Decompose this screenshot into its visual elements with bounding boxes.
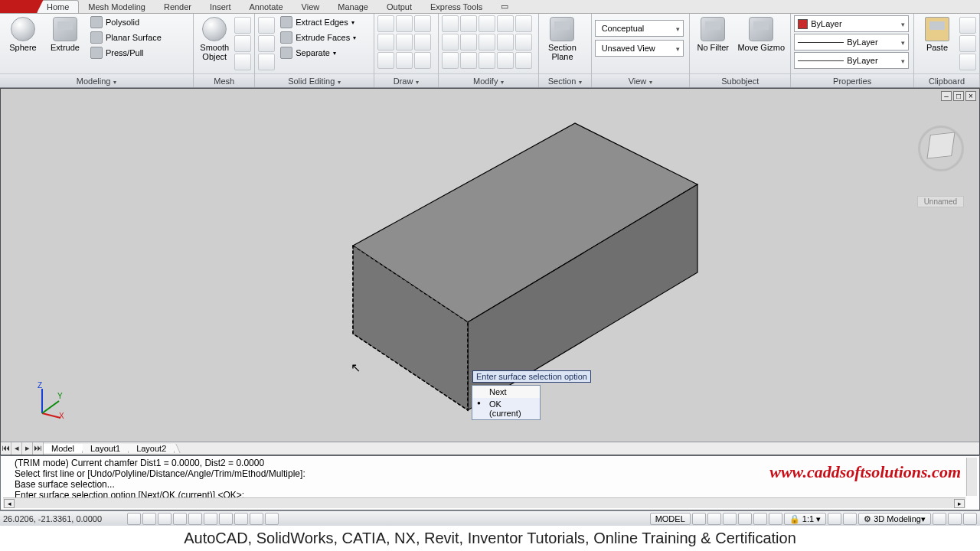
- status-icon[interactable]: [828, 513, 841, 525]
- layout-nav-last-icon[interactable]: ⏭: [33, 442, 44, 455]
- tab-mesh-modeling[interactable]: Mesh Modeling: [79, 1, 155, 13]
- tab-insert[interactable]: Insert: [201, 1, 240, 13]
- modify-tool-icon[interactable]: [479, 15, 495, 32]
- tab-annotate[interactable]: Annotate: [240, 1, 292, 13]
- modify-tool-icon[interactable]: [497, 52, 514, 69]
- solidedit-a-icon[interactable]: [258, 17, 275, 34]
- lwt-toggle-icon[interactable]: [234, 513, 248, 525]
- status-icon[interactable]: [707, 513, 721, 525]
- modify-tool-icon[interactable]: [497, 15, 514, 32]
- extract-edges-button[interactable]: Extract Edges▾: [277, 15, 359, 29]
- viewport-3d[interactable]: – □ × ↖ Enter surface selection option N…: [0, 88, 980, 455]
- dyn-toggle-icon[interactable]: [219, 513, 233, 525]
- status-icon[interactable]: [738, 513, 752, 525]
- status-icon[interactable]: [933, 513, 946, 525]
- mesh-tool-3-icon[interactable]: [234, 54, 251, 70]
- sphere-button[interactable]: Sphere: [3, 15, 43, 52]
- status-icon[interactable]: [948, 513, 962, 525]
- draw-tool-icon[interactable]: [377, 15, 394, 32]
- modify-tool-icon[interactable]: [442, 34, 459, 51]
- layout-nav-next-icon[interactable]: ▸: [22, 442, 33, 455]
- app-logo[interactable]: [0, 0, 37, 13]
- ortho-toggle-icon[interactable]: [158, 513, 172, 525]
- snap-toggle-icon[interactable]: [127, 513, 141, 525]
- status-icon[interactable]: [723, 513, 737, 525]
- popup-item-next[interactable]: Next: [472, 386, 540, 398]
- modify-tool-icon[interactable]: [515, 34, 532, 51]
- status-icon[interactable]: [692, 513, 706, 525]
- workspace-switcher[interactable]: ⚙ 3D Modeling▾: [858, 513, 931, 525]
- modify-tool-icon[interactable]: [479, 34, 495, 51]
- close-icon[interactable]: ×: [965, 91, 976, 101]
- layout-tab-layout1[interactable]: Layout1: [83, 444, 129, 453]
- status-icon[interactable]: [769, 513, 782, 525]
- scroll-right-icon[interactable]: ▸: [954, 499, 965, 508]
- polysolid-button[interactable]: Polysolid: [87, 15, 165, 29]
- section-plane-button[interactable]: Section Plane: [542, 15, 582, 61]
- otrack-toggle-icon[interactable]: [204, 513, 217, 525]
- draw-tool-icon[interactable]: [396, 15, 413, 32]
- layout-tab-layout2[interactable]: Layout2: [129, 444, 175, 453]
- minimize-icon[interactable]: –: [941, 91, 952, 101]
- modify-tool-icon[interactable]: [515, 15, 532, 32]
- solidedit-c-icon[interactable]: [258, 54, 275, 70]
- horizontal-scrollbar[interactable]: ◂ ▸: [3, 497, 965, 508]
- saved-view-dropdown[interactable]: Unsaved View: [595, 40, 684, 57]
- layout-tab-model[interactable]: Model: [44, 444, 83, 453]
- grid-toggle-icon[interactable]: [142, 513, 156, 525]
- status-icon[interactable]: [753, 513, 767, 525]
- vertical-scrollbar[interactable]: [966, 458, 977, 496]
- mesh-tool-2-icon[interactable]: [234, 35, 251, 52]
- annotation-scale[interactable]: 🔒 1:1 ▾: [784, 513, 826, 525]
- space-toggle[interactable]: MODEL: [650, 513, 691, 525]
- tab-manage[interactable]: Manage: [328, 1, 377, 13]
- solidedit-b-icon[interactable]: [258, 35, 275, 52]
- modify-tool-icon[interactable]: [479, 52, 495, 69]
- color-dropdown[interactable]: ByLayer: [794, 15, 909, 32]
- match-icon[interactable]: [959, 54, 976, 70]
- polar-toggle-icon[interactable]: [173, 513, 187, 525]
- scroll-left-icon[interactable]: ◂: [4, 499, 15, 508]
- copy-icon[interactable]: [959, 35, 976, 52]
- maximize-icon[interactable]: □: [953, 91, 964, 101]
- draw-tool-icon[interactable]: [377, 34, 394, 51]
- separate-button[interactable]: Separate▾: [277, 46, 359, 60]
- modify-tool-icon[interactable]: [460, 34, 477, 51]
- view-cube[interactable]: [918, 126, 964, 171]
- modify-tool-icon[interactable]: [515, 52, 532, 69]
- modify-tool-icon[interactable]: [442, 52, 459, 69]
- lineweight-dropdown[interactable]: ByLayer: [794, 34, 909, 51]
- presspull-button[interactable]: Press/Pull: [87, 46, 165, 60]
- cut-icon[interactable]: [959, 17, 976, 34]
- tab-express-tools[interactable]: Express Tools: [421, 1, 492, 13]
- modify-tool-icon[interactable]: [460, 52, 477, 69]
- modify-tool-icon[interactable]: [442, 15, 459, 32]
- draw-tool-icon[interactable]: [377, 52, 394, 69]
- draw-tool-icon[interactable]: [396, 34, 413, 51]
- modify-tool-icon[interactable]: [497, 34, 514, 51]
- linetype-dropdown[interactable]: ByLayer: [794, 52, 909, 69]
- move-gizmo-button[interactable]: Move Gizmo: [735, 15, 787, 52]
- draw-tool-icon[interactable]: [414, 15, 431, 32]
- tab-render[interactable]: Render: [155, 1, 201, 13]
- qp-toggle-icon[interactable]: [250, 513, 263, 525]
- modify-tool-icon[interactable]: [460, 15, 477, 32]
- planar-surface-button[interactable]: Planar Surface: [87, 31, 165, 44]
- sc-toggle-icon[interactable]: [265, 513, 279, 525]
- visual-style-dropdown[interactable]: Conceptual: [595, 20, 684, 37]
- layout-nav-prev-icon[interactable]: ◂: [11, 442, 22, 455]
- popup-item-ok[interactable]: OK (current): [472, 398, 540, 419]
- view-name-label[interactable]: Unnamed: [917, 196, 964, 207]
- tab-extra-icon[interactable]: ▭: [492, 0, 518, 13]
- draw-tool-icon[interactable]: [396, 52, 413, 69]
- extrude-button[interactable]: Extrude: [45, 15, 85, 52]
- paste-button[interactable]: Paste: [917, 15, 957, 52]
- command-line-window[interactable]: (TRIM mode) Current chamfer Dist1 = 0.00…: [0, 455, 980, 510]
- mesh-tool-1-icon[interactable]: [234, 17, 251, 34]
- tab-output[interactable]: Output: [377, 1, 421, 13]
- osnap-toggle-icon[interactable]: [188, 513, 202, 525]
- smooth-object-button[interactable]: Smooth Object: [197, 15, 232, 61]
- no-filter-button[interactable]: No Filter: [693, 15, 733, 52]
- status-icon[interactable]: [963, 513, 977, 525]
- draw-tool-icon[interactable]: [414, 34, 431, 51]
